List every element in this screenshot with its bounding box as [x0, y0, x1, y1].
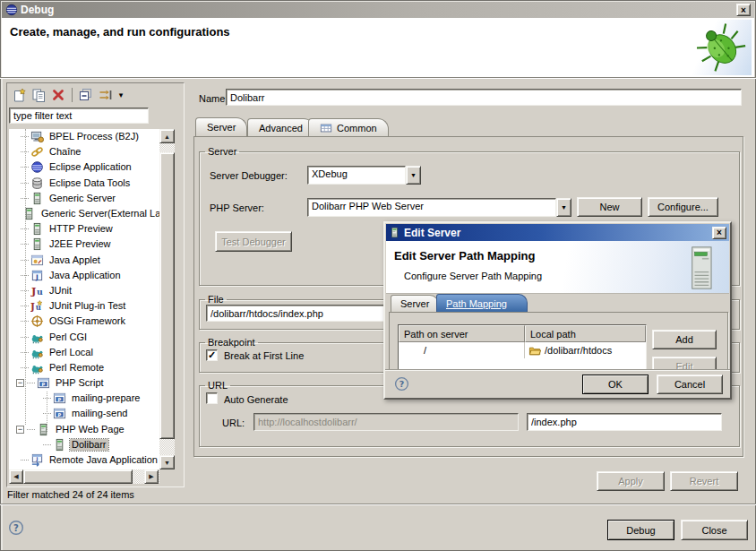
test-debugger-button[interactable]: Test Debugger	[215, 231, 292, 252]
combo-dropdown-icon[interactable]: ▼	[406, 166, 421, 185]
junit-plugin-icon: Ju	[30, 299, 44, 313]
close-button[interactable]: Close	[681, 520, 748, 540]
tree-item-label: J2EE Preview	[47, 238, 112, 250]
tree-item-generic-server[interactable]: Generic Server	[9, 191, 159, 206]
tree-item-eclipse-data-tools[interactable]: Eclipse Data Tools	[9, 176, 159, 191]
url-base-input	[253, 413, 519, 431]
table-row[interactable]: //dolibarr/htdocs	[399, 342, 646, 358]
tree-item-label: Chaîne	[47, 146, 82, 158]
window-title: Debug	[21, 4, 54, 16]
tree-item-cha-ne[interactable]: Chaîne	[9, 144, 159, 159]
dialog-tab-path-mapping[interactable]: Path Mapping	[436, 294, 528, 312]
tree-connector	[43, 444, 51, 445]
tree-item-generic-server-external-la[interactable]: Generic Server(External La	[9, 206, 159, 221]
tree-item-java-application[interactable]: JJava Application	[9, 268, 159, 283]
tree-item-bpel-process-b2j[interactable]: BPEL Process (B2J)	[9, 129, 159, 144]
apply-button[interactable]: Apply	[597, 471, 665, 491]
tree-item-php-web-page[interactable]: −PHP Web Page	[9, 422, 159, 437]
tree-item-http-preview[interactable]: HTTP Preview	[9, 221, 159, 237]
tree-item-eclipse-application[interactable]: Eclipse Application	[9, 159, 159, 175]
server-debugger-combo[interactable]: XDebug ▼	[307, 166, 421, 185]
tree-connector	[21, 306, 29, 306]
expander-minus-icon[interactable]: −	[16, 379, 24, 387]
auto-generate-checkbox[interactable]	[206, 392, 218, 404]
revert-button[interactable]: Revert	[670, 471, 738, 491]
scroll-up-button[interactable]: ▲	[159, 129, 175, 143]
dialog-tab-server[interactable]: Server	[391, 295, 439, 312]
tab-advanced-label: Advanced	[259, 123, 303, 133]
server-icon	[30, 222, 44, 236]
dialog-help-icon[interactable]: ?	[394, 376, 409, 392]
debug-button[interactable]: Debug	[607, 520, 674, 540]
new-server-button[interactable]: New	[577, 197, 642, 217]
local-path-value: /dolibarr/htdocs	[545, 345, 612, 356]
tree-item-mailing-send[interactable]: Pmailing-send	[9, 406, 159, 421]
tree-item-java-applet[interactable]: Java Applet	[9, 253, 159, 268]
dialog-button-bar: ? OK Cancel	[385, 369, 730, 398]
tab-advanced[interactable]: Advanced	[247, 118, 314, 136]
server-debugger-label: Server Debugger:	[210, 170, 288, 181]
filter-button[interactable]	[96, 86, 116, 104]
vscroll-thumb[interactable]	[159, 152, 175, 439]
ok-button[interactable]: OK	[582, 375, 649, 394]
svg-text:J: J	[35, 273, 39, 281]
tree-item-label: Generic Server	[47, 193, 117, 204]
combo-dropdown-icon[interactable]: ▼	[556, 198, 571, 217]
tree-item-remote-java-application[interactable]: JRemote Java Application	[9, 452, 159, 468]
tree-connector	[21, 321, 29, 322]
url-path-input[interactable]	[527, 413, 722, 431]
tree-item-dolibarr[interactable]: Dolibarr	[9, 437, 159, 452]
scroll-right-button[interactable]: ▶	[144, 469, 159, 484]
add-mapping-button[interactable]: Add	[652, 330, 717, 349]
debug-bug-image-area	[691, 20, 752, 75]
expander-minus-icon[interactable]: −	[16, 426, 24, 434]
tree-connector	[21, 198, 29, 199]
duplicate-configuration-button[interactable]	[29, 86, 48, 104]
tree-hscrollbar[interactable]: ◀ ▶	[9, 469, 159, 484]
help-icon[interactable]: ?	[8, 520, 24, 536]
column-header-local-path[interactable]: Local path	[525, 325, 646, 342]
scroll-left-button[interactable]: ◀	[9, 469, 23, 484]
filter-input[interactable]	[9, 108, 149, 124]
tree-item-label: PHP Script	[54, 377, 106, 389]
local-path-cell: /dolibarr/htdocs	[525, 342, 646, 358]
tree-item-perl-local[interactable]: Perl Local	[9, 345, 159, 360]
tab-server[interactable]: Server	[195, 117, 247, 136]
tree-item-mailing-prepare[interactable]: Pmailing-prepare	[9, 391, 159, 406]
delete-icon	[51, 88, 65, 102]
name-input[interactable]	[226, 89, 742, 106]
window-close-button[interactable]: ×	[736, 4, 751, 16]
page-title: Create, manage, and run configurations	[10, 25, 230, 39]
tree-item-label: Java Applet	[47, 254, 102, 266]
filter-menu-dropdown[interactable]: ▾	[116, 86, 126, 104]
new-configuration-button[interactable]	[9, 86, 29, 104]
break-first-line-label: Break at First Line	[224, 350, 304, 361]
tab-common[interactable]: Common	[308, 118, 389, 136]
cancel-button[interactable]: Cancel	[657, 375, 723, 394]
tree-item-osgi-framework[interactable]: OSGi Framework	[9, 314, 159, 329]
scroll-down-button[interactable]: ▼	[159, 455, 175, 469]
tree-item-junit[interactable]: JuJUnit	[9, 283, 159, 298]
break-first-line-checkbox[interactable]: ✓	[206, 349, 218, 361]
collapse-all-button[interactable]	[76, 86, 96, 104]
configuration-tree: BPEL Process (B2J)ChaîneEclipse Applicat…	[9, 129, 159, 469]
table-icon	[320, 122, 332, 134]
dialog-heading: Edit Server Path Mapping	[394, 249, 535, 263]
perl-icon	[30, 331, 44, 344]
tree-item-perl-cgi[interactable]: Perl CGI	[9, 329, 159, 344]
php-server-combo[interactable]: Dolibarr PHP Web Server ▼	[307, 198, 571, 217]
tree-item-php-script[interactable]: −PPHP Script	[9, 375, 159, 391]
header-banner: Create, manage, and run configurations	[2, 18, 754, 77]
column-header-path-on-server[interactable]: Path on server	[399, 325, 525, 342]
dialog-close-button[interactable]: ×	[712, 227, 726, 239]
delete-configuration-button[interactable]	[48, 86, 68, 104]
tree-item-junit-plug-in-test[interactable]: JuJUnit Plug-in Test	[9, 298, 159, 314]
tree-vscrollbar[interactable]: ▲ ▼	[159, 129, 175, 469]
tree-item-label: Perl Remote	[47, 362, 106, 374]
tree-item-j2ee-preview[interactable]: J2EE Preview	[9, 237, 159, 252]
hscroll-thumb[interactable]	[23, 469, 133, 484]
tree-item-perl-remote[interactable]: Perl Remote	[9, 360, 159, 375]
configure-button[interactable]: Configure...	[648, 197, 718, 217]
server-icon	[30, 192, 44, 205]
tree-item-label: Eclipse Data Tools	[47, 177, 132, 189]
